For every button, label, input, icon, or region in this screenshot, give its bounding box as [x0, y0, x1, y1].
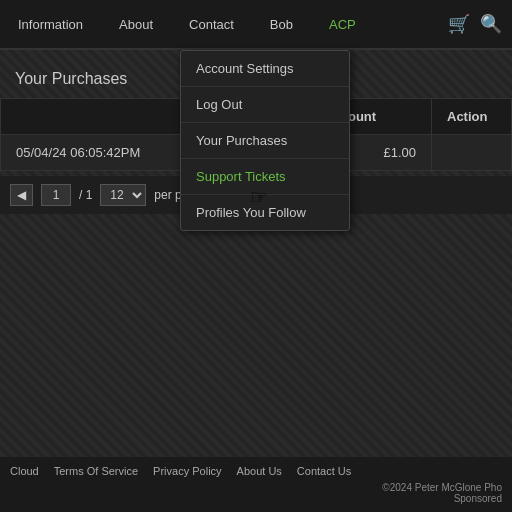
- cell-action: [432, 135, 512, 171]
- navbar: Information About Contact Bob ACP 🛒 🔍: [0, 0, 512, 50]
- footer-sponsored: Sponsored: [10, 493, 502, 504]
- nav-item-about[interactable]: About: [111, 12, 161, 37]
- per-page-select[interactable]: 12 25 50: [100, 184, 146, 206]
- page-number-input[interactable]: [41, 184, 71, 206]
- dropdown-account-settings[interactable]: Account Settings: [181, 51, 349, 87]
- footer-about[interactable]: About Us: [237, 465, 282, 477]
- page-total: / 1: [79, 188, 92, 202]
- dropdown-menu: Account Settings Log Out Your Purchases …: [180, 50, 350, 231]
- nav-item-information[interactable]: Information: [10, 12, 91, 37]
- cart-icon[interactable]: 🛒: [448, 13, 470, 35]
- nav-item-bob[interactable]: Bob: [262, 12, 301, 37]
- footer-contact[interactable]: Contact Us: [297, 465, 351, 477]
- dropdown-support-tickets[interactable]: Support Tickets: [181, 159, 349, 195]
- dropdown-logout[interactable]: Log Out: [181, 87, 349, 123]
- dropdown-profiles-follow[interactable]: Profiles You Follow: [181, 195, 349, 230]
- footer: Cloud Terms Of Service Privacy Policy Ab…: [0, 457, 512, 512]
- col-header-action: Action: [432, 99, 512, 135]
- footer-privacy[interactable]: Privacy Policy: [153, 465, 221, 477]
- footer-cloud[interactable]: Cloud: [10, 465, 39, 477]
- footer-tos[interactable]: Terms Of Service: [54, 465, 138, 477]
- nav-items: Information About Contact Bob ACP: [10, 12, 448, 37]
- footer-copyright: ©2024 Peter McGlone Pho: [10, 482, 502, 493]
- nav-item-contact[interactable]: Contact: [181, 12, 242, 37]
- prev-page-button[interactable]: ◀: [10, 184, 33, 206]
- nav-item-acp[interactable]: ACP: [321, 12, 364, 37]
- dropdown-your-purchases[interactable]: Your Purchases: [181, 123, 349, 159]
- footer-links: Cloud Terms Of Service Privacy Policy Ab…: [10, 465, 502, 477]
- search-icon[interactable]: 🔍: [480, 13, 502, 35]
- nav-icons: 🛒 🔍: [448, 13, 502, 35]
